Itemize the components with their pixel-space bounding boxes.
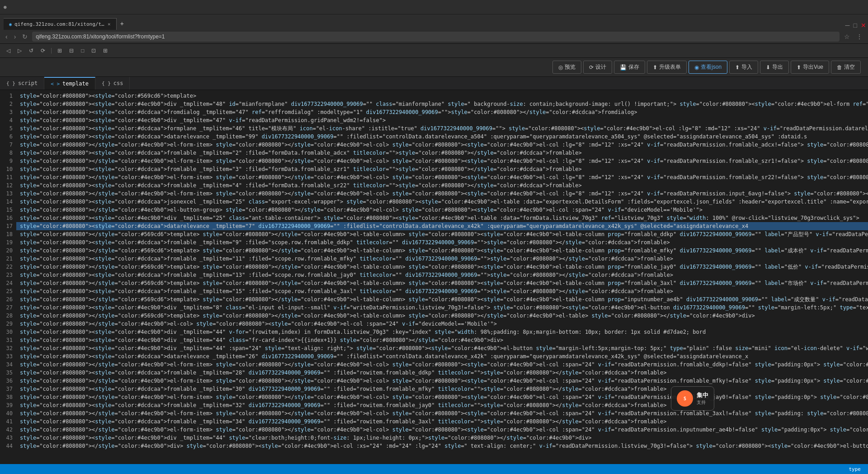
tab-css[interactable]: { } css [95,77,130,90]
browser-icon: ● [4,4,7,10]
address-input[interactable] [32,32,840,42]
forward-btn[interactable]: › [12,32,18,41]
back-btn[interactable]: ‹ [4,32,9,41]
code-line[interactable]: style="color:#808080"></style="color:#4e… [16,173,868,181]
code-line[interactable]: style="color:#808080"><style="color:#4ec… [16,100,868,108]
code-line[interactable]: style="color:#808080"></style="color:#4e… [16,377,868,385]
status-type-label: type [849,466,861,472]
overlay-widget: S 集中 支持 [671,386,714,411]
code-line[interactable]: style="color:#808080"></style="color:#56… [16,279,868,287]
code-line[interactable]: style="color:#808080"></style="color:#56… [16,230,868,238]
toolbar-btn-2[interactable]: ▷ [15,46,24,56]
tab-favicon: ◉ [9,22,12,27]
clear-btn[interactable]: 🗑 清空 [831,61,861,74]
code-line[interactable]: style="color:#808080"><style="color:#dcd… [16,133,868,141]
status-bar: type [0,464,868,474]
code-line[interactable]: style="color:#808080"></style="color:#4e… [16,206,868,214]
overlay-logo: S [677,390,693,407]
code-line[interactable]: style="color:#808080"><style="color:#dcd… [16,385,868,393]
code-line[interactable]: style="color:#808080"><style="color:#dcd… [16,149,868,157]
export-vue-btn[interactable]: ⬆ 导出Vue [791,61,829,74]
code-line[interactable]: style="color:#808080"><style="color:#dcd… [16,401,868,409]
code-line[interactable]: style="color:#808080"><style="color:#4ec… [16,303,868,312]
code-line[interactable]: style="color:#808080"><style="color:#dcd… [16,238,868,246]
import-icon: ⬆ [735,64,740,71]
css-tab-icon: { } [102,81,111,86]
toolbar-btn-3[interactable]: ↺ [26,46,36,56]
code-line[interactable]: style="color:#808080"><style="color:#4ec… [16,336,868,344]
code-line[interactable]: style="color:#808080"><style="color:#dcd… [16,417,868,426]
browser-tab[interactable]: ◉ qifeng.321zou.com:81/xitong/tool/forml… [4,18,117,30]
new-tab-btn[interactable]: + [117,17,127,30]
tab-script[interactable]: { } script [0,77,44,90]
close-window-btn[interactable]: ✕ [859,21,868,30]
menu-btn[interactable]: ⋮ [854,32,864,41]
toolbar-btn-9[interactable]: ⊞ [100,46,110,56]
tab-template[interactable]: < > template [44,77,95,90]
tab-bar: ◉ qifeng.321zou.com:81/xitong/tool/forml… [0,14,868,30]
toolbar-btn-1[interactable]: ◁ [4,46,13,56]
code-line[interactable]: style="color:#808080"></style="color:#4e… [16,442,868,450]
code-line[interactable]: style="color:#808080"><style="color:#dcd… [16,181,868,190]
code-line[interactable]: style="color:#808080"></style="color:#4e… [16,360,868,369]
toolbar-btn-5[interactable]: ⊞ [55,46,65,56]
code-line[interactable]: style="color:#808080"></style="color:#4e… [16,320,868,328]
code-line[interactable]: style="color:#808080"></style="color:#56… [16,295,868,303]
code-line[interactable]: style="color:#808080"></style="color:#4e… [16,157,868,165]
save-btn[interactable]: 💾 保存 [614,61,645,74]
view-json-btn[interactable]: ◉ 查看json [689,61,727,74]
toolbar-btn-8[interactable]: ⊡ [89,46,99,56]
code-line[interactable]: style="color:#808080"><style="color:#dcd… [16,165,868,173]
code-line[interactable]: style="color:#808080"><style="color:#dcd… [16,255,868,263]
upgrade-btn[interactable]: ⬆ 升级表单 [647,61,687,74]
line-numbers: 1234567891011121314151617181920212223242… [0,90,16,474]
code-line[interactable]: style="color:#808080"><style="color:#4ec… [16,344,868,352]
code-line[interactable]: style="color:#808080"></style="color:#4e… [16,393,868,401]
tab-title: qifeng.321zou.com:81/xitong/tool/formlis… [14,21,105,27]
preview-icon: ◎ [558,64,563,71]
code-line[interactable]: style="color:#808080"></style="color:#4e… [16,426,868,434]
tab-close-btn[interactable]: × [108,21,111,27]
code-line[interactable]: style="color:#808080"><style="color:#4ec… [16,214,868,222]
upgrade-icon: ⬆ [653,64,657,71]
design-icon: ⟳ [589,64,594,71]
code-line[interactable]: style="color:#808080"><style="color:#dcd… [16,198,868,206]
code-line[interactable]: style="color:#808080"><style="color:#dcd… [16,352,868,360]
minimize-btn[interactable]: ─ [844,21,852,30]
code-line[interactable]: style="color:#808080"><style="color:#dcd… [16,124,868,133]
code-line[interactable]: style="color:#808080"><style="color:#dcd… [16,369,868,377]
star-btn[interactable]: ☆ [842,32,852,41]
code-line[interactable]: style="color:#808080"></style="color:#56… [16,312,868,320]
code-area: 1234567891011121314151617181920212223242… [0,90,868,474]
code-line[interactable]: style="color:#808080"><style="color:#4ec… [16,116,868,124]
toolbar-btn-4[interactable]: ⟳ [38,46,48,56]
overlay-text: 集中 支持 [697,391,708,406]
import-btn[interactable]: ⬆ 导入 [729,61,758,74]
title-bar: ● [0,0,868,14]
export-vue-icon: ⬆ [797,64,801,71]
code-line[interactable]: style="color:#808080"><style="color:#4ec… [16,328,868,336]
maximize-btn[interactable]: □ [852,21,859,30]
code-line[interactable]: style="color:#808080"><style="color:#dcd… [16,287,868,295]
toolbar-btn-7[interactable]: □ [78,46,87,56]
export-icon: ⬇ [766,64,770,71]
export-btn[interactable]: ⬇ 导出 [760,61,789,74]
code-line[interactable]: style="color:#808080"><style="color:#569… [16,92,868,100]
code-line[interactable]: style="color:#808080"></style="color:#56… [16,246,868,255]
toolbar-btn-6[interactable]: ⊟ [66,46,76,56]
address-bar: ‹ › ↻ ☆ ⋮ [0,30,868,44]
code-content[interactable]: style="color:#808080"><style="color:#569… [16,90,868,474]
refresh-btn[interactable]: ↻ [20,32,29,41]
code-line[interactable]: style="color:#808080"></style="color:#4e… [16,190,868,198]
action-bar: ◎ 预览 ⟳ 设计 💾 保存 ⬆ 升级表单 ◉ 查看json ⬆ 导入 ⬇ 导出… [0,58,868,77]
code-line[interactable]: style="color:#808080"><style="color:#4ec… [16,434,868,442]
design-btn[interactable]: ⟳ 设计 [583,61,612,74]
code-line[interactable]: style="color:#808080"></style="color:#4e… [16,141,868,149]
code-line[interactable]: style="color:#808080"></style="color:#56… [16,263,868,271]
preview-btn[interactable]: ◎ 预览 [552,61,581,74]
code-line[interactable]: style="color:#808080"><style="color:#dcd… [16,271,868,279]
code-line[interactable]: style="color:#808080"><style="color:#dcd… [16,222,868,230]
json-icon: ◉ [694,64,699,71]
code-line[interactable]: style="color:#808080"><style="color:#dcd… [16,108,868,116]
code-line[interactable]: style="color:#808080"></style="color:#4e… [16,409,868,417]
